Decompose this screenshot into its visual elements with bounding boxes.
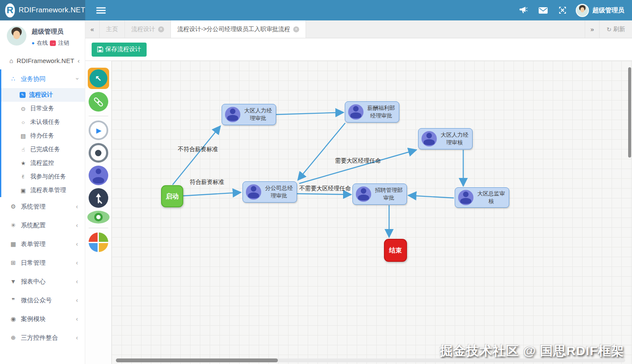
announcement-icon[interactable] bbox=[514, 0, 533, 20]
flow-node-薪酬福利部经理审批[interactable]: 薪酬福利部经理审批 bbox=[345, 101, 399, 123]
edge-label-需要大区经理任命[interactable]: 需要大区经理任命 bbox=[335, 157, 381, 165]
sidebar-group-日常管理[interactable]: ⊞日常管理‹ bbox=[1, 253, 85, 272]
sidebar-item-流程表单管理[interactable]: ▣流程表单管理 bbox=[1, 183, 85, 197]
palette-end-node-tool[interactable] bbox=[89, 143, 108, 163]
sidebar-home-item[interactable]: ⌂ RDIFramework.NET ‹ bbox=[0, 52, 85, 69]
palette-merge-tool[interactable] bbox=[89, 188, 108, 208]
tabs-scroll-left-button[interactable]: « bbox=[85, 20, 100, 38]
tab-close-icon[interactable]: × bbox=[158, 26, 164, 32]
horizontal-scrollbar-thumb[interactable] bbox=[116, 358, 278, 362]
chevron-icon: ‹ bbox=[76, 203, 78, 210]
sidebar-group-微信公众号[interactable]: ❞微信公众号‹ bbox=[1, 291, 85, 310]
palette-start-node-tool[interactable]: ▶ bbox=[89, 120, 108, 140]
tab-bar: « 主页流程设计×流程设计->分公司经理级员工入职审批流程× » ↻ 刷新 bbox=[85, 20, 632, 38]
sidebar-item-未认领任务[interactable]: ○未认领任务 bbox=[1, 115, 85, 129]
palette-link-tool[interactable] bbox=[89, 92, 108, 112]
flow-edge-n4-n5[interactable] bbox=[297, 194, 351, 195]
flow-edge-n6-n5[interactable] bbox=[408, 195, 454, 198]
edge-label-不需要大区经理任命[interactable]: 不需要大区经理任命 bbox=[299, 185, 351, 192]
fullscreen-icon[interactable] bbox=[553, 0, 572, 20]
tab-主页[interactable]: 主页 bbox=[100, 20, 125, 38]
refresh-label: 刷新 bbox=[613, 26, 625, 33]
sidebar-group-表单管理[interactable]: ▦表单管理‹ bbox=[1, 235, 85, 253]
mail-icon[interactable] bbox=[533, 0, 553, 20]
sidebar-item-已完成任务[interactable]: ☝已完成任务 bbox=[1, 143, 85, 156]
sidebar-group-系统管理[interactable]: ⚙系统管理‹ bbox=[1, 197, 85, 216]
user-avatar-icon bbox=[421, 131, 437, 146]
flow-canvas[interactable]: 启动大区人力经理审批薪酬福利部经理审批大区人力经理审核分公司总经理审批招聘管理部… bbox=[112, 61, 632, 364]
quadrant-icon bbox=[89, 232, 108, 252]
logout-button[interactable]: 注销 bbox=[58, 39, 69, 47]
sidebar-group-业务协同[interactable]: ∴业务协同‹ bbox=[1, 69, 85, 88]
sidebar-item-日常业务[interactable]: ⊙日常业务 bbox=[1, 102, 85, 115]
edge-label-符合薪资标准[interactable]: 符合薪资标准 bbox=[190, 178, 224, 186]
refresh-button[interactable]: ↻ 刷新 bbox=[599, 20, 632, 38]
designer-toolbar: 保存流程设计 bbox=[85, 38, 632, 61]
user-avatar-icon bbox=[458, 190, 473, 205]
menu-section-业务协同: ∴业务协同‹✎流程设计⊙日常业务○未认领任务▤待办任务☝已完成任务★流程监控✌我… bbox=[0, 69, 85, 197]
menu-section-微信公众号: ❞微信公众号‹ bbox=[0, 291, 85, 310]
sidebar-item-流程设计[interactable]: ✎流程设计 bbox=[1, 88, 85, 102]
sidebar-item-我参与的任务[interactable]: ✌我参与的任务 bbox=[1, 170, 85, 183]
vertical-scrollbar-thumb[interactable] bbox=[628, 67, 631, 158]
tabs-scroll-right-button[interactable]: » bbox=[585, 20, 599, 38]
palette-module-tool[interactable] bbox=[89, 232, 108, 252]
flow-node-大区人力经理审核[interactable]: 大区人力经理审核 bbox=[418, 128, 473, 149]
app-logo[interactable]: R RDIFramework.NET bbox=[0, 0, 85, 20]
sidebar-user-panel: 超级管理员 ● 在线 → 注销 bbox=[0, 20, 85, 50]
flow-node-招聘管理部审批[interactable]: 招聘管理部审批 bbox=[352, 183, 407, 205]
node-label: 大区人力经理审批 bbox=[240, 107, 276, 122]
stop-dot-icon bbox=[89, 143, 108, 163]
flow-edge-start-n4[interactable] bbox=[183, 192, 241, 196]
user-avatar-icon bbox=[225, 107, 240, 122]
chevron-icon: ‹ bbox=[76, 222, 78, 229]
flow-designer: ↖▶ 启动大区人力经理审批薪酬福利部经理审批大区人力经理审核分公司总经理审批招聘… bbox=[85, 61, 632, 364]
sidebar-group-报表中心[interactable]: ▼报表中心‹ bbox=[1, 272, 85, 291]
menu-toggle-icon[interactable] bbox=[96, 6, 106, 15]
palette-view-tool[interactable] bbox=[87, 211, 110, 224]
tab-流程设计[interactable]: 流程设计× bbox=[125, 20, 171, 38]
chevron-icon: ‹ bbox=[76, 241, 78, 247]
sidebar-item-待办任务[interactable]: ▤待办任务 bbox=[1, 129, 85, 143]
node-label: 招聘管理部审批 bbox=[371, 186, 407, 201]
sidebar-group-三方控件整合[interactable]: ⊕三方控件整合‹ bbox=[1, 328, 85, 347]
flow-node-大区人力经理审批[interactable]: 大区人力经理审批 bbox=[222, 104, 276, 125]
tab-close-icon[interactable]: × bbox=[293, 26, 299, 32]
circle-icon: ○ bbox=[20, 119, 27, 126]
palette-select-tool[interactable]: ↖ bbox=[88, 68, 109, 89]
sidebar-group-案例模块[interactable]: ◉案例模块‹ bbox=[1, 310, 85, 328]
palette-user-task-tool[interactable] bbox=[89, 166, 108, 185]
sidebar-item-流程监控[interactable]: ★流程监控 bbox=[1, 156, 85, 170]
flow-node-结束[interactable]: 结束 bbox=[384, 239, 407, 262]
flow-edge-n4-n3[interactable] bbox=[299, 150, 416, 183]
flow-edge-n2-n4[interactable] bbox=[298, 123, 345, 180]
tool-palette: ↖▶ bbox=[85, 61, 112, 364]
select-arrow-icon: ↖ bbox=[89, 69, 107, 87]
calendar-icon: ⊞ bbox=[9, 259, 17, 266]
flow-edge-start-n1[interactable] bbox=[173, 126, 220, 185]
sidebar-group-系统配置[interactable]: ✳系统配置‹ bbox=[1, 216, 85, 235]
horizontal-scrollbar-track[interactable] bbox=[116, 358, 625, 362]
home-icon: ⌂ bbox=[9, 57, 13, 64]
clock-icon: ⊙ bbox=[20, 106, 27, 112]
flow-node-分公司总经理审批[interactable]: 分公司总经理审批 bbox=[242, 181, 297, 203]
sidebar-user-avatar[interactable] bbox=[7, 26, 26, 46]
tab-流程设计->分公司经理级员工入职审批流程[interactable]: 流程设计->分公司经理级员工入职审批流程× bbox=[171, 20, 306, 38]
edge-label-不符合薪资标准[interactable]: 不符合薪资标准 bbox=[178, 146, 218, 153]
menu-section-报表中心: ▼报表中心‹ bbox=[0, 272, 85, 291]
node-label: 大区总监审核 bbox=[473, 190, 509, 205]
save-flow-button[interactable]: 保存流程设计 bbox=[92, 43, 147, 57]
user-avatar-icon bbox=[348, 104, 364, 120]
user-menu[interactable]: 超级管理员 bbox=[572, 4, 632, 17]
eye-tool-icon bbox=[87, 211, 110, 224]
sidebar-menu: ∴业务协同‹✎流程设计⊙日常业务○未认领任务▤待办任务☝已完成任务★流程监控✌我… bbox=[0, 69, 85, 347]
sidebar-home-label: RDIFramework.NET bbox=[17, 57, 74, 64]
palette-divider bbox=[89, 116, 108, 116]
flow-node-大区总监审核[interactable]: 大区总监审核 bbox=[455, 187, 509, 208]
flow-node-启动[interactable]: 启动 bbox=[161, 185, 183, 207]
tabs-container: 主页流程设计×流程设计->分公司经理级员工入职审批流程× bbox=[100, 20, 306, 38]
flow-edge-n1-n2[interactable] bbox=[276, 112, 343, 115]
form-icon: ▦ bbox=[9, 241, 17, 247]
menu-section-表单管理: ▦表单管理‹ bbox=[0, 235, 85, 253]
logout-icon[interactable]: → bbox=[50, 40, 56, 46]
